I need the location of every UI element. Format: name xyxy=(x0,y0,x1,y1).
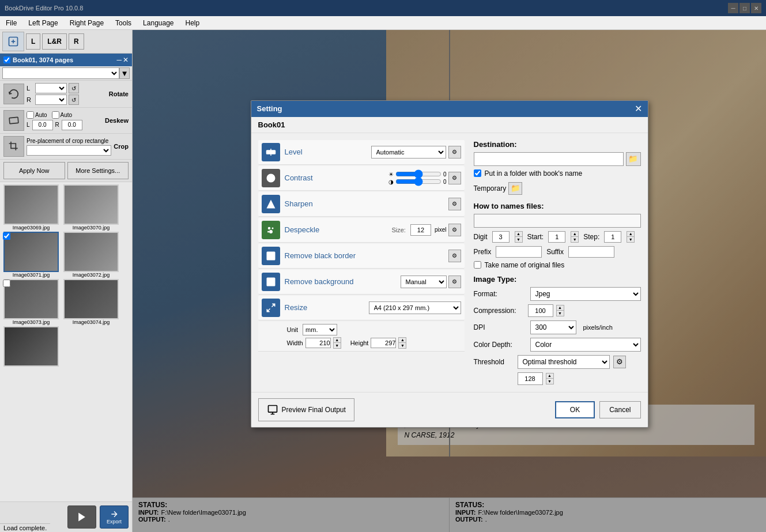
preview-final-output-btn[interactable]: Preview Final Output xyxy=(258,398,354,421)
threshold-number-input[interactable] xyxy=(518,372,543,385)
threshold-down[interactable]: ▼ xyxy=(546,379,554,384)
page-dropdown-btn[interactable]: ▼ xyxy=(119,67,130,79)
color-depth-select[interactable]: Color Black and White Grayscale xyxy=(530,338,641,352)
thumbnail-item[interactable]: Image03074.jpg xyxy=(62,279,120,325)
sharpen-label[interactable]: Sharpen xyxy=(285,199,448,208)
height-down[interactable]: ▼ xyxy=(398,343,406,349)
width-input[interactable] xyxy=(305,338,331,348)
width-up[interactable]: ▲ xyxy=(333,337,341,343)
step-up[interactable]: ▲ xyxy=(627,231,635,237)
thumb-check[interactable] xyxy=(3,280,10,287)
resize-label[interactable]: Resize xyxy=(285,303,369,312)
export-button[interactable]: Export xyxy=(100,505,129,529)
rotate-r-select[interactable] xyxy=(35,95,67,105)
format-select[interactable]: Jpeg PNG TIFF BMP xyxy=(530,287,641,301)
contrast-settings-btn[interactable]: ⚙ xyxy=(448,172,461,184)
thumbnail-item[interactable]: Image03069.jpg xyxy=(2,184,60,231)
start-down[interactable]: ▼ xyxy=(571,237,579,243)
rotate-r-btn[interactable]: ↺ xyxy=(69,95,79,105)
menu-right-page[interactable]: Right Page xyxy=(64,16,110,29)
remove-black-border-label[interactable]: Remove black border xyxy=(285,251,448,260)
start-up[interactable]: ▲ xyxy=(571,231,579,237)
width-spinner[interactable]: ▲ ▼ xyxy=(333,337,341,349)
apply-btn[interactable]: Apply Now xyxy=(3,162,65,179)
folder-checkbox[interactable] xyxy=(474,169,481,177)
digit-input[interactable] xyxy=(492,231,510,243)
despeckle-label[interactable]: Despeckle xyxy=(285,225,392,234)
height-spinner[interactable]: ▲ ▼ xyxy=(398,337,406,349)
contrast-label[interactable]: Contrast xyxy=(285,173,388,182)
remove-background-label[interactable]: Remove background xyxy=(285,277,401,286)
menu-left-page[interactable]: Left Page xyxy=(22,16,63,29)
r-button[interactable]: R xyxy=(69,33,84,50)
contrast-slider2[interactable] xyxy=(395,179,442,184)
destination-browse-btn[interactable]: 📁 xyxy=(626,152,641,166)
ok-button[interactable]: OK xyxy=(555,401,595,418)
digit-down[interactable]: ▼ xyxy=(515,237,523,243)
rotate-l-btn[interactable]: ↺ xyxy=(69,83,79,93)
step-down[interactable]: ▼ xyxy=(627,237,635,243)
threshold-settings-btn[interactable]: ⚙ xyxy=(613,356,626,368)
compression-up[interactable]: ▲ xyxy=(556,305,564,311)
compression-down[interactable]: ▼ xyxy=(556,311,564,316)
width-down[interactable]: ▼ xyxy=(333,343,341,349)
rotate-icon[interactable] xyxy=(3,84,24,104)
thumbnail-item-selected[interactable]: Image03071.jpg xyxy=(2,232,60,278)
thumbnail-item[interactable]: Image03073.jpg xyxy=(2,279,60,325)
start-input[interactable] xyxy=(548,231,565,243)
threshold-up[interactable]: ▲ xyxy=(546,373,554,379)
suffix-input[interactable] xyxy=(568,246,614,258)
close-button[interactable]: ✕ xyxy=(751,3,761,13)
deskew-l-input[interactable] xyxy=(32,120,53,130)
book-checkbox[interactable] xyxy=(3,56,10,63)
unit-select[interactable]: mm. xyxy=(303,324,337,335)
play-button[interactable] xyxy=(67,505,96,529)
rotate-l-select[interactable] xyxy=(35,83,67,93)
level-settings-btn[interactable]: ⚙ xyxy=(448,146,461,159)
new-button[interactable] xyxy=(2,32,24,51)
despeckle-size-input[interactable] xyxy=(410,224,431,236)
height-input[interactable] xyxy=(371,338,396,348)
remove-black-border-settings-btn[interactable]: ⚙ xyxy=(448,250,461,262)
resize-dropdown[interactable]: A4 (210 x 297 mm.) xyxy=(369,301,461,314)
thumbnail-item[interactable]: Image03070.jpg xyxy=(62,184,120,231)
remove-background-dropdown[interactable]: Manual xyxy=(401,276,447,288)
deskew-r-input[interactable] xyxy=(62,120,82,130)
thumbnail-item[interactable]: Image03072.jpg xyxy=(62,232,120,278)
dialog-close-button[interactable]: ✕ xyxy=(635,104,642,114)
step-input[interactable] xyxy=(604,231,621,243)
level-dropdown[interactable]: Automatic xyxy=(371,146,446,159)
more-settings-btn[interactable]: More Settings... xyxy=(67,162,129,179)
menu-file[interactable]: File xyxy=(0,16,22,29)
book-close[interactable]: ✕ xyxy=(123,56,129,64)
menu-help[interactable]: Help xyxy=(180,16,206,29)
prefix-input[interactable] xyxy=(496,246,542,258)
level-label[interactable]: Level xyxy=(285,148,371,156)
thumbnail-item[interactable] xyxy=(2,326,60,367)
dpi-select[interactable]: 300 72 150 200 400 600 xyxy=(530,320,576,334)
temporary-btn[interactable]: 📁 xyxy=(508,182,522,195)
maximize-button[interactable]: □ xyxy=(739,3,750,13)
contrast-slider1[interactable] xyxy=(395,171,442,177)
compression-input[interactable] xyxy=(528,304,553,317)
cancel-button[interactable]: Cancel xyxy=(599,401,640,418)
menu-tools[interactable]: Tools xyxy=(110,16,137,29)
height-up[interactable]: ▲ xyxy=(398,337,406,343)
threshold-select[interactable]: Optimal threshold Manual xyxy=(518,355,610,369)
crop-select[interactable] xyxy=(27,145,111,156)
destination-path-input[interactable]: C:\Users\Supichai\Documents xyxy=(474,152,624,166)
sharpen-settings-btn[interactable]: ⚙ xyxy=(448,198,461,210)
page-select[interactable] xyxy=(2,67,119,79)
auto-l-checkbox[interactable] xyxy=(27,111,34,119)
lr-button[interactable]: L&R xyxy=(42,33,67,50)
auto-r-checkbox[interactable] xyxy=(52,111,59,119)
remove-background-settings-btn[interactable]: ⚙ xyxy=(448,276,461,288)
despeckle-settings-btn[interactable]: ⚙ xyxy=(448,224,461,236)
minimize-button[interactable]: ─ xyxy=(728,3,738,13)
thumb-check[interactable] xyxy=(3,232,10,240)
take-name-checkbox[interactable] xyxy=(474,261,481,269)
menu-language[interactable]: Language xyxy=(137,16,179,29)
book-minimize[interactable]: ─ xyxy=(116,56,122,64)
l-button[interactable]: L xyxy=(26,33,40,50)
digit-up[interactable]: ▲ xyxy=(515,231,523,237)
